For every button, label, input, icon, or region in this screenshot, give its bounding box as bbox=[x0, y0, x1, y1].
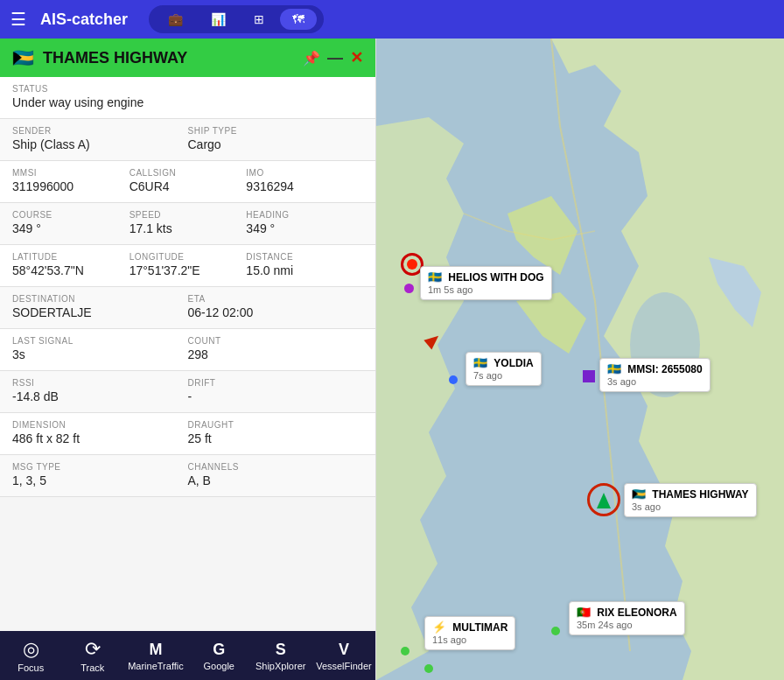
count-value: 298 bbox=[188, 347, 364, 361]
speed-value: 17.1 kts bbox=[130, 221, 247, 235]
tooltip-mmsi2[interactable]: 🇸🇪 MMSI: 2655080 3s ago bbox=[599, 358, 710, 392]
ship-type-col: SHIP TYPE Cargo bbox=[188, 126, 364, 151]
status-label: STATUS bbox=[12, 84, 363, 94]
tab-grid[interactable]: ⊞ bbox=[242, 9, 276, 30]
tooltip-time-helios: 1m 5s ago bbox=[428, 284, 472, 295]
tab-ships[interactable]: 💼 bbox=[156, 9, 195, 30]
heading-label: HEADING bbox=[246, 210, 363, 220]
tooltip-name-yoldia: YOLDIA bbox=[494, 357, 533, 369]
tooltip-rix[interactable]: 🇵🇹 RIX ELEONORA 35m 24s ago bbox=[569, 601, 685, 635]
rssi-label: RSSI bbox=[12, 378, 188, 388]
flag-icon-helios: 🇸🇪 bbox=[428, 270, 442, 284]
vesselfinder-label: VesselFinder bbox=[316, 661, 372, 671]
status-value: Under way using engine bbox=[12, 95, 363, 109]
rssi-col: RSSI -14.8 dB bbox=[12, 378, 188, 403]
tab-stats[interactable]: 📊 bbox=[199, 9, 238, 30]
track-icon: ⟳ bbox=[85, 638, 101, 661]
marine-traffic-button[interactable]: M MarineTraffic bbox=[128, 641, 184, 671]
mmsi-row: MMSI 311996000 CALLSIGN C6UR4 IMO 931629… bbox=[12, 168, 363, 193]
minimize-icon[interactable]: — bbox=[327, 49, 343, 67]
rssi-row: RSSI -14.8 dB DRIFT - bbox=[12, 378, 363, 403]
map-area[interactable]: 🇸🇪 MMSI: 265813730 4m 9s ago 🇸🇪 HELIOS W… bbox=[376, 39, 784, 680]
course-section: COURSE 349 ° SPEED 17.1 kts HEADING 349 … bbox=[0, 203, 375, 245]
flag-icon-yoldia: 🇸🇪 bbox=[473, 356, 487, 369]
flag-icon-mmsi2: 🇸🇪 bbox=[607, 362, 621, 375]
shipxplorer-label: ShipXplorer bbox=[256, 661, 305, 671]
imo-label: IMO bbox=[246, 168, 363, 178]
drift-col: DRIFT - bbox=[188, 378, 364, 403]
msgtype-section: MSG TYPE 1, 3, 5 CHANNELS A, B bbox=[0, 455, 375, 497]
marine-traffic-label: MarineTraffic bbox=[128, 661, 184, 671]
track-label: Track bbox=[80, 662, 104, 673]
imo-col: IMO 9316294 bbox=[246, 168, 363, 193]
destination-value: SODERTALJE bbox=[12, 305, 188, 319]
destination-section: DESTINATION SODERTALJE ETA 06-12 02:00 bbox=[0, 287, 375, 329]
dimension-label: DIMENSION bbox=[12, 420, 188, 430]
hamburger-icon[interactable]: ☰ bbox=[10, 9, 26, 30]
eta-value: 06-12 02:00 bbox=[188, 305, 364, 319]
google-label: Google bbox=[203, 661, 234, 671]
sender-col: SENDER Ship (Class A) bbox=[12, 126, 188, 151]
rssi-value: -14.8 dB bbox=[12, 389, 188, 403]
course-col: COURSE 349 ° bbox=[12, 210, 130, 235]
vesselfinder-button[interactable]: V VesselFinder bbox=[316, 641, 372, 671]
dimension-row: DIMENSION 486 ft x 82 ft DRAUGHT 25 ft bbox=[12, 420, 363, 445]
marker-thames[interactable] bbox=[587, 483, 620, 516]
ship-type-label: SHIP TYPE bbox=[188, 126, 364, 136]
destination-label: DESTINATION bbox=[12, 294, 188, 304]
shipxplorer-icon: S bbox=[276, 641, 286, 659]
navbar-tabs: 💼 📊 ⊞ 🗺 bbox=[149, 5, 324, 33]
drift-label: DRIFT bbox=[188, 378, 364, 388]
focus-button[interactable]: ◎ Focus bbox=[4, 638, 57, 673]
last-signal-label: LAST SIGNAL bbox=[12, 336, 188, 346]
sender-label: SENDER bbox=[12, 126, 188, 136]
distance-col: DISTANCE 15.0 nmi bbox=[246, 252, 363, 277]
msgtype-label: MSG TYPE bbox=[12, 462, 188, 472]
sender-shiptype-row: SENDER Ship (Class A) SHIP TYPE Cargo bbox=[12, 126, 363, 151]
status-section: STATUS Under way using engine bbox=[0, 77, 375, 119]
marker-purple-helios bbox=[404, 284, 414, 293]
close-icon[interactable]: ✕ bbox=[350, 48, 363, 67]
marine-traffic-icon: M bbox=[149, 641, 162, 659]
tooltip-multimar[interactable]: ⚡ MULTIMAR 11s ago bbox=[424, 616, 515, 650]
latitude-col: LATITUDE 58°42'53.7"N bbox=[12, 252, 130, 277]
draught-value: 25 ft bbox=[188, 431, 364, 445]
google-button[interactable]: G Google bbox=[192, 641, 245, 671]
course-value: 349 ° bbox=[12, 221, 130, 235]
count-col: COUNT 298 bbox=[188, 336, 364, 361]
destination-row: DESTINATION SODERTALJE ETA 06-12 02:00 bbox=[12, 294, 363, 319]
google-icon: G bbox=[213, 641, 225, 659]
callsign-col: CALLSIGN C6UR4 bbox=[130, 168, 247, 193]
latitude-label: LATITUDE bbox=[12, 252, 130, 262]
rssi-section: RSSI -14.8 dB DRIFT - bbox=[0, 371, 375, 413]
marker-blue bbox=[449, 375, 458, 384]
dimension-value: 486 ft x 82 ft bbox=[12, 431, 188, 445]
longitude-col: LONGITUDE 17°51'37.2"E bbox=[130, 252, 247, 277]
latitude-value: 58°42'53.7"N bbox=[12, 263, 130, 277]
channels-label: CHANNELS bbox=[188, 462, 364, 472]
pin-icon[interactable]: 📌 bbox=[303, 50, 320, 67]
tab-map[interactable]: 🗺 bbox=[280, 9, 317, 30]
position-row: LATITUDE 58°42'53.7"N LONGITUDE 17°51'37… bbox=[12, 252, 363, 277]
track-button[interactable]: ⟳ Track bbox=[66, 638, 119, 673]
tooltip-time-mmsi2: 3s ago bbox=[607, 376, 636, 387]
tooltip-time-thames: 3s ago bbox=[632, 501, 661, 512]
tooltip-thames[interactable]: 🇧🇸 THAMES HIGHWAY 3s ago bbox=[624, 483, 757, 517]
tooltip-time-rix: 35m 24s ago bbox=[577, 620, 633, 630]
ship-type-value: Cargo bbox=[188, 137, 364, 151]
focus-label: Focus bbox=[18, 662, 44, 673]
mmsi-section: MMSI 311996000 CALLSIGN C6UR4 IMO 931629… bbox=[0, 161, 375, 203]
tooltip-name-helios: HELIOS WITH DOG bbox=[448, 271, 543, 284]
tooltip-yoldia[interactable]: 🇸🇪 YOLDIA 7s ago bbox=[466, 352, 542, 386]
eta-label: ETA bbox=[188, 294, 364, 304]
last-signal-col: LAST SIGNAL 3s bbox=[12, 336, 188, 361]
destination-col: DESTINATION SODERTALJE bbox=[12, 294, 188, 319]
tooltip-name-mmsi2: MMSI: 2655080 bbox=[627, 363, 702, 375]
flag-icon-multimar: ⚡ bbox=[432, 620, 446, 634]
ship-details-scroll: STATUS Under way using engine SENDER Shi… bbox=[0, 77, 375, 657]
dimension-col: DIMENSION 486 ft x 82 ft bbox=[12, 420, 188, 445]
vesselfinder-icon: V bbox=[339, 641, 349, 659]
tooltip-helios[interactable]: 🇸🇪 HELIOS WITH DOG 1m 5s ago bbox=[420, 266, 552, 300]
signal-section: LAST SIGNAL 3s COUNT 298 bbox=[0, 329, 375, 371]
shipxplorer-button[interactable]: S ShipXplorer bbox=[255, 641, 307, 671]
